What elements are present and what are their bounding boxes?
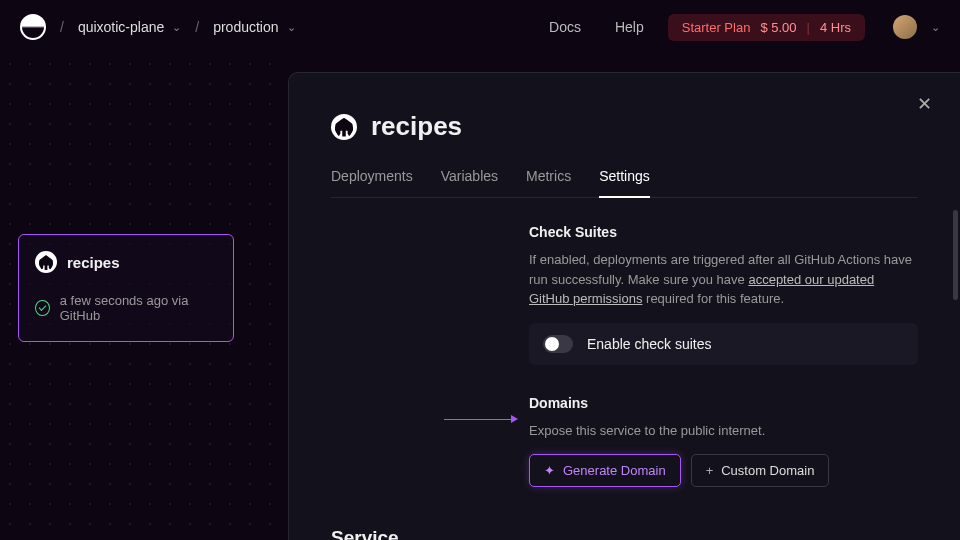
- panel-tabs: Deployments Variables Metrics Settings: [331, 168, 918, 198]
- sparkle-icon: ✦: [544, 463, 555, 478]
- check-suites-desc: If enabled, deployments are triggered af…: [529, 250, 918, 309]
- project-crumb[interactable]: quixotic-plane ⌄: [78, 19, 181, 35]
- check-suites-toggle-label: Enable check suites: [587, 336, 712, 352]
- service-heading: Service: [331, 527, 918, 540]
- domains-section: Domains Expose this service to the publi…: [529, 395, 918, 488]
- plan-name: Starter Plan: [682, 20, 751, 35]
- generate-domain-button[interactable]: ✦ Generate Domain: [529, 454, 681, 487]
- plan-hours: 4 Hrs: [820, 20, 851, 35]
- plan-pill[interactable]: Starter Plan $ 5.00 | 4 Hrs: [668, 14, 865, 41]
- plus-icon: +: [706, 463, 714, 478]
- plan-price: $ 5.00: [760, 20, 796, 35]
- tab-variables[interactable]: Variables: [441, 168, 498, 197]
- chevron-down-icon: ⌄: [287, 21, 296, 34]
- service-card-title: recipes: [67, 254, 120, 271]
- github-icon: [331, 114, 357, 140]
- check-suites-section: Check Suites If enabled, deployments are…: [529, 224, 918, 365]
- scrollbar[interactable]: [953, 210, 958, 300]
- breadcrumb-separator: /: [60, 19, 64, 35]
- check-circle-icon: [35, 300, 50, 316]
- generate-domain-label: Generate Domain: [563, 463, 666, 478]
- panel-title: recipes: [371, 111, 462, 142]
- chevron-down-icon: ⌄: [172, 21, 181, 34]
- custom-domain-button[interactable]: + Custom Domain: [691, 454, 830, 487]
- plan-divider: |: [807, 20, 810, 35]
- docs-link[interactable]: Docs: [539, 19, 591, 35]
- check-suites-toggle-row: Enable check suites: [529, 323, 918, 365]
- chevron-down-icon[interactable]: ⌄: [931, 21, 940, 34]
- domains-title: Domains: [529, 395, 918, 411]
- environment-crumb[interactable]: production ⌄: [213, 19, 295, 35]
- help-link[interactable]: Help: [605, 19, 654, 35]
- tab-deployments[interactable]: Deployments: [331, 168, 413, 197]
- project-name: quixotic-plane: [78, 19, 164, 35]
- breadcrumb-separator: /: [195, 19, 199, 35]
- close-icon[interactable]: ✕: [917, 93, 932, 115]
- service-card-status: a few seconds ago via GitHub: [60, 293, 217, 323]
- settings-panel: ✕ recipes Deployments Variables Metrics …: [288, 72, 960, 540]
- service-section: Service Settings scoped to ALL environme…: [331, 527, 918, 540]
- app-logo[interactable]: [20, 14, 46, 40]
- custom-domain-label: Custom Domain: [721, 463, 814, 478]
- environment-name: production: [213, 19, 278, 35]
- service-card[interactable]: recipes a few seconds ago via GitHub: [18, 234, 234, 342]
- check-suites-toggle[interactable]: [543, 335, 573, 353]
- domains-desc: Expose this service to the public intern…: [529, 421, 918, 441]
- avatar[interactable]: [893, 15, 917, 39]
- tab-metrics[interactable]: Metrics: [526, 168, 571, 197]
- check-suites-title: Check Suites: [529, 224, 918, 240]
- tab-settings[interactable]: Settings: [599, 168, 650, 198]
- github-icon: [35, 251, 57, 273]
- top-header: / quixotic-plane ⌄ / production ⌄ Docs H…: [0, 0, 960, 54]
